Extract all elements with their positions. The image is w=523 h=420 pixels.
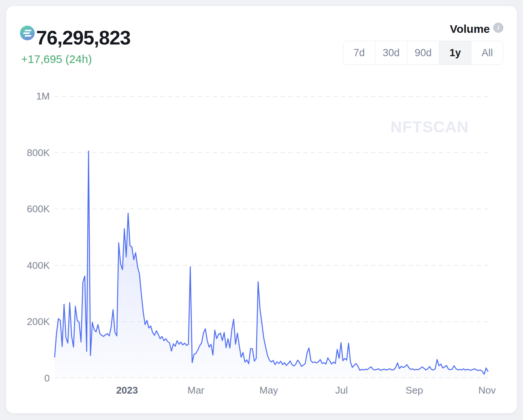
x-axis-label: Mar <box>188 385 205 396</box>
volume-area <box>55 151 488 378</box>
y-axis-label: 600K <box>16 203 50 215</box>
y-axis-label: 1M <box>16 90 50 102</box>
metric-title: Volume <box>450 23 490 35</box>
range-button-90d[interactable]: 90d <box>407 41 439 64</box>
volume-chart-svg <box>55 96 491 378</box>
range-button-30d[interactable]: 30d <box>375 41 407 64</box>
range-button-7d[interactable]: 7d <box>343 41 375 64</box>
x-axis-label: Sep <box>405 385 423 396</box>
volume-chart-plot[interactable] <box>55 96 491 378</box>
y-axis-label: 800K <box>16 147 50 158</box>
range-button-all[interactable]: All <box>471 41 503 64</box>
volume-change-24h: +17,695 (24h) <box>21 54 92 65</box>
solana-icon <box>20 26 35 40</box>
solana-icon-bar <box>24 35 32 37</box>
range-selector: 7d30d90d1yAll <box>343 41 503 65</box>
volume-count: 76,295,823 <box>36 28 130 48</box>
page-background: { "page": { "background": "#f0f1f4", "ca… <box>0 0 523 420</box>
x-axis-label: May <box>260 385 278 396</box>
info-icon[interactable]: i <box>493 23 503 33</box>
y-axis-label: 0 <box>16 372 50 384</box>
x-axis-label: 2023 <box>116 385 138 396</box>
x-axis-label: Jul <box>335 385 348 396</box>
chart-card: 76,295,823 +17,695 (24h) Volume i 7d30d9… <box>6 6 517 413</box>
y-axis-label: 400K <box>16 260 50 271</box>
y-axis-label: 200K <box>16 316 50 327</box>
range-button-1y[interactable]: 1y <box>439 41 471 64</box>
solana-icon-bar <box>24 30 32 31</box>
solana-icon-bar <box>23 32 30 34</box>
x-axis-label: Nov <box>479 385 496 396</box>
